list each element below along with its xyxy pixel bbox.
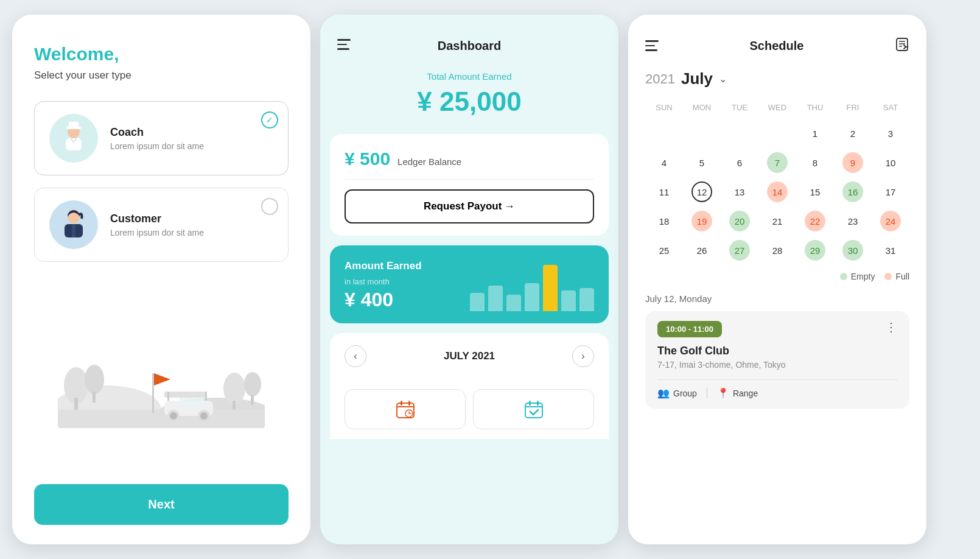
cal-cell-22[interactable]: 22 (796, 207, 834, 235)
calendar-nav: ‹ JULY 2021 › (330, 333, 609, 379)
cal-cell-25[interactable]: 25 (645, 236, 683, 264)
cal-cell-24[interactable]: 24 (872, 207, 909, 235)
day-label-wed: WED (758, 100, 796, 114)
cal-cell-12[interactable]: 12 (683, 178, 721, 206)
welcome-subtitle: Select your user type (34, 69, 289, 82)
prev-month-button[interactable]: ‹ (345, 345, 366, 367)
event-more-button[interactable]: ⋮ (885, 321, 897, 333)
cal-cell-18[interactable]: 18 (645, 207, 683, 235)
cal-cell-29[interactable]: 29 (796, 236, 834, 264)
cal-cell-4[interactable]: 4 (645, 149, 683, 177)
calendar-body: 1234567891011121314151617181920212223242… (645, 119, 909, 264)
cal-cell-20[interactable]: 20 (721, 207, 758, 235)
cal-cell-empty (721, 119, 758, 147)
cal-cell-8[interactable]: 8 (796, 149, 834, 177)
cal-cell-empty (683, 119, 721, 147)
total-amount-section: Total Amount Earned ¥ 25,000 (320, 65, 618, 134)
radio-icon (261, 198, 278, 215)
cal-cell-26[interactable]: 26 (683, 236, 721, 264)
bar-4 (543, 265, 558, 311)
schedule-screen: Schedule 2021 July ⌄ SUNMONTUEWEDTHUFRIS (628, 15, 926, 544)
range-tag: 📍 Range (717, 387, 758, 399)
cal-cell-empty (645, 119, 683, 147)
day-label-tue: TUE (721, 100, 758, 114)
cal-cell-15[interactable]: 15 (796, 178, 834, 206)
cal-cell-11[interactable]: 11 (645, 178, 683, 206)
edit-icon[interactable] (895, 37, 909, 55)
full-dot (884, 273, 892, 280)
svg-rect-38 (525, 403, 542, 418)
next-month-button[interactable]: › (572, 345, 594, 367)
empty-label: Empty (851, 272, 875, 281)
svg-rect-20 (152, 373, 154, 413)
cal-cell-31[interactable]: 31 (872, 236, 909, 264)
group-label: Group (673, 388, 697, 398)
event-venue: The Golf Club (657, 345, 897, 357)
cal-cell-16[interactable]: 16 (834, 178, 872, 206)
cal-cell-21[interactable]: 21 (758, 207, 796, 235)
svg-rect-33 (408, 401, 410, 406)
svg-rect-30 (205, 392, 207, 401)
bottom-icons-row (330, 379, 609, 439)
svg-rect-14 (93, 392, 96, 403)
group-icon: 👥 (657, 387, 670, 399)
day-label-mon: MON (683, 100, 721, 114)
cal-cell-14[interactable]: 14 (758, 178, 796, 206)
day-label-sun: SUN (645, 100, 683, 114)
welcome-title: Welcome, (34, 44, 289, 65)
cal-cell-10[interactable]: 10 (872, 149, 909, 177)
calendar-days-header: SUNMONTUEWEDTHUFRISAT (645, 100, 909, 114)
event-date-label: July 12, Monday (645, 294, 909, 304)
day-label-thu: THU (796, 100, 834, 114)
cal-cell-9[interactable]: 9 (834, 149, 872, 177)
svg-point-26 (200, 412, 208, 420)
booking-icon-card[interactable] (473, 389, 594, 429)
schedule-title: Schedule (750, 39, 804, 53)
cal-cell-28[interactable]: 28 (758, 236, 796, 264)
screens-container: Welcome, Select your user type ✓ (12, 15, 968, 544)
dashboard-header: Dashboard (320, 15, 618, 65)
cal-cell-27[interactable]: 27 (721, 236, 758, 264)
bar-5 (561, 290, 576, 311)
cal-cell-6[interactable]: 6 (721, 149, 758, 177)
svg-rect-39 (529, 401, 531, 406)
month-dropdown-arrow[interactable]: ⌄ (719, 73, 727, 85)
cal-cell-13[interactable]: 13 (721, 178, 758, 206)
svg-rect-19 (58, 410, 265, 428)
total-amount: ¥ 25,000 (337, 86, 601, 117)
coach-card[interactable]: ✓ Coach Lorem i (34, 101, 289, 175)
schedule-icon-card[interactable] (345, 389, 466, 429)
svg-rect-32 (401, 401, 402, 406)
range-icon: 📍 (717, 387, 729, 399)
cal-cell-1[interactable]: 1 (796, 119, 834, 147)
next-button[interactable]: Next (34, 484, 289, 525)
full-label: Full (895, 272, 909, 281)
month-year-row: 2021 July ⌄ (645, 69, 909, 88)
cal-cell-7[interactable]: 7 (758, 149, 796, 177)
cal-cell-5[interactable]: 5 (683, 149, 721, 177)
customer-desc: Lorem ipsum dor sit ame (110, 228, 204, 237)
menu-icon[interactable] (337, 39, 351, 50)
cal-cell-2[interactable]: 2 (834, 119, 872, 147)
svg-rect-16 (233, 401, 236, 410)
cal-cell-17[interactable]: 17 (872, 178, 909, 206)
range-label: Range (733, 388, 758, 398)
group-tag: 👥 Group (657, 387, 697, 399)
cal-cell-23[interactable]: 23 (834, 207, 872, 235)
earned-card-title: Amount Earned (345, 260, 460, 272)
schedule-menu-icon[interactable] (645, 40, 659, 51)
payout-button[interactable]: Request Payout → (345, 189, 594, 223)
ledger-card: ¥ 500 Ledger Balance Request Payout → (330, 134, 609, 236)
earned-card: Amount Earned in last month ¥ 400 (330, 245, 609, 323)
dashboard-title: Dashboard (438, 39, 501, 53)
customer-card[interactable]: Customer Lorem ipsum dor sit ame (34, 188, 289, 262)
svg-rect-28 (164, 392, 207, 398)
svg-rect-3 (69, 122, 79, 128)
coach-avatar (49, 114, 98, 163)
schedule-header: Schedule (645, 37, 909, 55)
cal-cell-3[interactable]: 3 (872, 119, 909, 147)
cal-cell-19[interactable]: 19 (683, 207, 721, 235)
cal-cell-30[interactable]: 30 (834, 236, 872, 264)
empty-legend: Empty (840, 272, 875, 281)
ledger-amount: ¥ 500 (345, 149, 390, 169)
